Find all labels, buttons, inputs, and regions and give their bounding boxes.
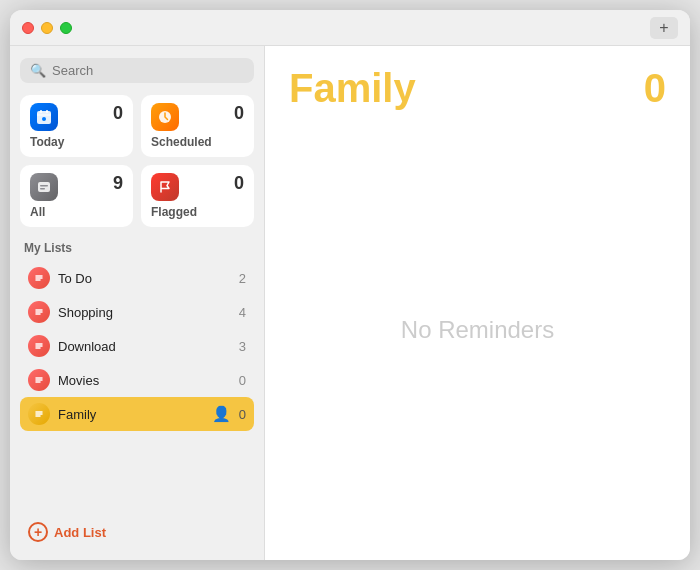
- traffic-lights: [22, 22, 72, 34]
- maximize-button[interactable]: [60, 22, 72, 34]
- main-content: Family 0 No Reminders: [265, 46, 690, 560]
- todo-name: To Do: [58, 271, 231, 286]
- svg-point-4: [42, 117, 46, 121]
- family-icon: [28, 403, 50, 425]
- today-icon: [30, 103, 58, 131]
- titlebar: +: [10, 10, 690, 46]
- family-badge: 0: [239, 407, 246, 422]
- search-icon: 🔍: [30, 63, 46, 78]
- smart-lists-grid: 0 Today 0 Schedule: [20, 95, 254, 227]
- movies-badge: 0: [239, 373, 246, 388]
- smart-list-all[interactable]: 9 All: [20, 165, 133, 227]
- empty-state-message: No Reminders: [289, 119, 666, 540]
- movies-icon: [28, 369, 50, 391]
- add-list-button[interactable]: + Add List: [24, 516, 110, 548]
- all-count: 9: [113, 173, 123, 194]
- titlebar-add-button[interactable]: +: [650, 17, 678, 39]
- search-bar[interactable]: 🔍: [20, 58, 254, 83]
- today-label: Today: [30, 135, 123, 149]
- download-icon: [28, 335, 50, 357]
- sidebar-bottom: + Add List: [20, 506, 254, 560]
- main-header: Family 0: [289, 66, 666, 111]
- flagged-icon: [151, 173, 179, 201]
- list-item-family[interactable]: Family 👤 0: [20, 397, 254, 431]
- main-title: Family: [289, 66, 416, 111]
- shared-icon: 👤: [212, 405, 231, 423]
- smart-list-today[interactable]: 0 Today: [20, 95, 133, 157]
- shopping-name: Shopping: [58, 305, 231, 320]
- todo-icon: [28, 267, 50, 289]
- scheduled-count: 0: [234, 103, 244, 124]
- shopping-icon: [28, 301, 50, 323]
- svg-rect-1: [40, 110, 42, 113]
- download-name: Download: [58, 339, 231, 354]
- family-name: Family: [58, 407, 204, 422]
- add-list-icon: +: [28, 522, 48, 542]
- list-item-movies[interactable]: Movies 0: [20, 363, 254, 397]
- all-icon: [30, 173, 58, 201]
- flagged-label: Flagged: [151, 205, 244, 219]
- svg-rect-6: [38, 182, 50, 192]
- list-item-shopping[interactable]: Shopping 4: [20, 295, 254, 329]
- svg-rect-8: [40, 188, 45, 190]
- download-badge: 3: [239, 339, 246, 354]
- svg-rect-7: [40, 185, 48, 187]
- scheduled-label: Scheduled: [151, 135, 244, 149]
- content-area: 🔍: [10, 46, 690, 560]
- list-item-todo[interactable]: To Do 2: [20, 261, 254, 295]
- movies-name: Movies: [58, 373, 231, 388]
- today-count: 0: [113, 103, 123, 124]
- todo-badge: 2: [239, 271, 246, 286]
- sidebar: 🔍: [10, 46, 265, 560]
- all-label: All: [30, 205, 123, 219]
- close-button[interactable]: [22, 22, 34, 34]
- smart-list-flagged[interactable]: 0 Flagged: [141, 165, 254, 227]
- svg-rect-2: [46, 110, 48, 113]
- svg-rect-3: [37, 114, 51, 116]
- search-input[interactable]: [52, 63, 244, 78]
- scheduled-icon: [151, 103, 179, 131]
- flagged-count: 0: [234, 173, 244, 194]
- main-count: 0: [644, 66, 666, 111]
- add-list-label: Add List: [54, 525, 106, 540]
- my-lists-header: My Lists: [20, 241, 254, 261]
- list-items-container: To Do 2 Shopping 4: [20, 261, 254, 506]
- list-item-download[interactable]: Download 3: [20, 329, 254, 363]
- app-window: + 🔍: [10, 10, 690, 560]
- shopping-badge: 4: [239, 305, 246, 320]
- smart-list-scheduled[interactable]: 0 Scheduled: [141, 95, 254, 157]
- minimize-button[interactable]: [41, 22, 53, 34]
